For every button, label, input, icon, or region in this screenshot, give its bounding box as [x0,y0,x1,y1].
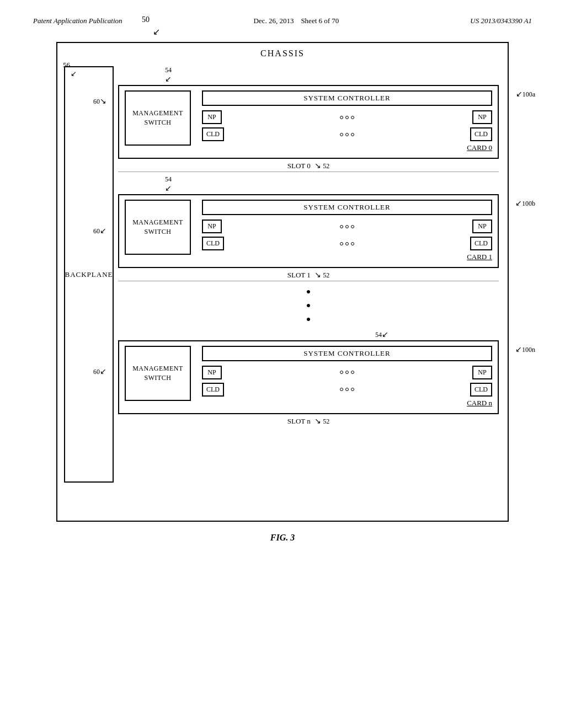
slot-1-label: SLOT 1 ↘ 52 [118,270,499,280]
slot-1-container: ↙100b MANAGEMENTSWITCH SYSTEM CONTROLLER… [118,194,499,280]
card-1-label: CARD 1 [202,253,492,261]
page: Patent Application Publication Dec. 26, … [0,0,565,728]
diagram-area: 50 ↙ CHASSIS 56 ↙ BACKPLANE 54↙ [56,42,509,522]
dot16 [340,388,343,391]
mgmt-switch-1: MANAGEMENTSWITCH [125,200,191,255]
slot-0-container: ↙100a MANAGEMENTSWITCH SYSTEM CONTROLLER… [118,85,499,170]
np-row-1: NP NP [202,220,492,233]
np-row-0: NP NP [202,110,492,124]
dot11 [345,242,349,245]
cld-right-0: CLD [470,127,492,141]
ref-100b: ↙100b [515,199,535,208]
header-sheet: Sheet 6 of 70 [301,17,339,25]
np-row-n: NP NP [202,366,492,379]
card-n-box: ↙100n MANAGEMENTSWITCH SYSTEM CONTROLLER… [118,340,499,414]
vertical-dots: ●●● [118,285,499,326]
cld-right-1: CLD [470,237,492,250]
backplane-label: BACKPLANE [65,270,113,279]
dots-cld-1 [227,242,467,245]
dot8 [345,225,349,228]
np-right-0: NP [472,110,492,124]
dots-np-n [225,371,469,374]
slot-n-container: ↙100n MANAGEMENTSWITCH SYSTEM CONTROLLER… [118,340,499,426]
backplane-box: BACKPLANE [64,66,114,483]
dot5 [345,133,349,136]
ref-100n: ↙100n [515,345,535,354]
header-date: Dec. 26, 2013 [253,17,294,25]
sys-ctrl-1: SYSTEM CONTROLLER [202,200,492,215]
figure-label: FIG. 3 [33,533,532,543]
ref-50-arrow: ↙ [153,26,160,37]
slot-0-label: SLOT 0 ↘ 52 [118,161,499,170]
ref-60-0: 60↘ [93,97,106,106]
dots-np-1 [225,225,469,228]
sys-ctrl-0: SYSTEM CONTROLLER [202,90,492,106]
header-right: US 2013/0343390 A1 [470,17,532,25]
dot10 [340,242,343,245]
separator-0 [118,172,499,172]
page-header: Patent Application Publication Dec. 26, … [33,17,532,25]
cld-left-0: CLD [202,127,224,141]
ref-54-cardn: 54↙ [118,330,499,339]
card-1-right: SYSTEM CONTROLLER NP NP [202,200,492,261]
dots-np-0 [225,116,469,119]
dots-cld-0 [227,133,467,136]
cld-row-n: CLD CLD [202,383,492,397]
dot14 [345,371,349,374]
dot17 [345,388,349,391]
card-0-label: CARD 0 [202,143,492,152]
header-left: Patent Application Publication [33,17,122,25]
header-center: Dec. 26, 2013 Sheet 6 of 70 [253,17,339,25]
dot3 [351,116,354,119]
chassis-box: CHASSIS 56 ↙ BACKPLANE 54↙ ↙100a [56,42,509,522]
card-0-right: SYSTEM CONTROLLER NP NP [202,90,492,152]
cld-row-1: CLD CLD [202,237,492,250]
np-left-1: NP [202,220,222,233]
dot9 [351,225,354,228]
dot4 [340,133,343,136]
dot6 [351,133,354,136]
card-1-box: ↙100b MANAGEMENTSWITCH SYSTEM CONTROLLER… [118,194,499,268]
separator-1 [118,281,499,281]
dot2 [345,116,349,119]
ref-100a: ↙100a [516,89,535,99]
mgmt-switch-n: MANAGEMENTSWITCH [125,346,191,401]
card-n-label: CARD n [202,399,492,408]
sys-ctrl-n: SYSTEM CONTROLLER [202,346,492,361]
ref-54-card0: 54↙ [118,66,499,84]
np-right-1: NP [472,220,492,233]
cld-right-n: CLD [470,383,492,397]
dot13 [340,371,343,374]
dots-cld-n [227,388,467,391]
cld-left-1: CLD [202,237,224,250]
chassis-label: CHASSIS [66,49,499,58]
dot7 [340,225,343,228]
np-left-0: NP [202,110,222,124]
cld-left-n: CLD [202,383,224,397]
np-left-n: NP [202,366,222,379]
ref-60-1: 60↙ [93,226,106,235]
cld-row-0: CLD CLD [202,127,492,141]
dot1 [340,116,343,119]
dot18 [351,388,354,391]
card-n-right: SYSTEM CONTROLLER NP NP [202,346,492,408]
np-right-n: NP [472,366,492,379]
ref-54-card1: 54↙ [118,175,499,193]
slot-n-label: SLOT n ↘ 52 [118,416,499,426]
mgmt-switch-0: MANAGEMENTSWITCH [125,90,191,146]
dot12 [351,242,354,245]
ref-50: 50 [142,15,150,24]
slots-area: 54↙ ↙100a MANAGEMENTSWITCH SYSTEM [118,66,499,427]
ref-60-n: 60↙ [93,367,106,376]
card-0-box: ↙100a MANAGEMENTSWITCH SYSTEM CONTROLLER… [118,85,499,159]
dot15 [351,371,354,374]
